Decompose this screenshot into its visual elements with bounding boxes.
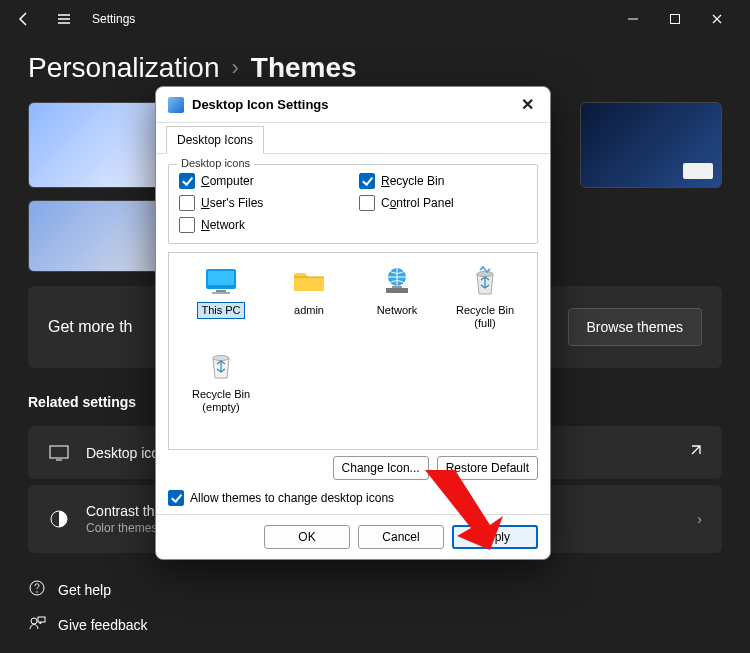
allow-themes-label: Allow themes to change desktop icons xyxy=(190,491,394,505)
svg-rect-6 xyxy=(38,617,45,622)
checkbox-computer[interactable]: Computer xyxy=(179,173,347,189)
breadcrumb-current: Themes xyxy=(251,52,357,84)
recycle-bin-full-icon xyxy=(467,263,503,299)
icon-item-label: admin xyxy=(291,303,327,318)
checkbox-icon xyxy=(179,195,195,211)
checkbox-icon xyxy=(359,195,375,211)
checkbox-network[interactable]: Network xyxy=(179,217,347,233)
tab-panel: Desktop icons Computer Recycle Bin User'… xyxy=(156,154,550,514)
svg-rect-10 xyxy=(212,292,230,294)
maximize-button[interactable] xyxy=(666,10,684,28)
give-feedback-label: Give feedback xyxy=(58,617,148,633)
svg-rect-13 xyxy=(392,286,402,288)
contrast-icon xyxy=(48,510,70,528)
folder-icon xyxy=(291,263,327,299)
theme-thumbnail[interactable] xyxy=(28,200,170,272)
apply-button[interactable]: Apply xyxy=(452,525,538,549)
cancel-button[interactable]: Cancel xyxy=(358,525,444,549)
checkbox-icon xyxy=(179,173,195,189)
dialog-footer: OK Cancel Apply xyxy=(156,514,550,559)
icon-buttons-row: Change Icon... Restore Default xyxy=(168,456,538,480)
svg-point-5 xyxy=(31,618,37,624)
checkbox-recycle-bin[interactable]: Recycle Bin xyxy=(359,173,527,189)
window-controls xyxy=(624,10,742,28)
bottom-links: Get help Give feedback xyxy=(28,579,148,635)
tab-desktop-icons[interactable]: Desktop Icons xyxy=(166,126,264,154)
dialog-title: Desktop Icon Settings xyxy=(192,97,329,112)
desktop-icons-group: Desktop icons Computer Recycle Bin User'… xyxy=(168,164,538,244)
allow-themes-checkbox[interactable]: Allow themes to change desktop icons xyxy=(168,490,538,506)
svg-rect-0 xyxy=(671,15,680,24)
chevron-right-icon: › xyxy=(231,55,238,81)
icon-item-label: Network xyxy=(374,303,420,318)
icon-item-network[interactable]: Network xyxy=(355,263,439,343)
close-button[interactable] xyxy=(708,10,726,28)
nav-menu-button[interactable] xyxy=(48,3,80,35)
group-legend: Desktop icons xyxy=(177,157,254,169)
get-help-label: Get help xyxy=(58,582,111,598)
checkbox-icon xyxy=(168,490,184,506)
dialog-icon xyxy=(168,97,184,113)
icon-item-label: This PC xyxy=(198,303,243,318)
titlebar: Settings xyxy=(0,0,750,38)
help-icon xyxy=(28,579,46,600)
monitor-icon xyxy=(203,263,239,299)
app-title: Settings xyxy=(92,12,135,26)
svg-point-4 xyxy=(36,591,38,593)
breadcrumb-parent[interactable]: Personalization xyxy=(28,52,219,84)
give-feedback-link[interactable]: Give feedback xyxy=(28,614,148,635)
icon-item-recycle-bin-empty[interactable]: Recycle Bin (empty) xyxy=(179,347,263,427)
svg-point-15 xyxy=(213,356,229,361)
browse-themes-button[interactable]: Browse themes xyxy=(568,308,702,346)
checkbox-icon xyxy=(359,173,375,189)
svg-rect-8 xyxy=(208,271,234,285)
open-external-icon xyxy=(688,444,702,461)
desktop-icon xyxy=(48,445,70,461)
theme-thumbnail[interactable] xyxy=(580,102,722,188)
desktop-icon-settings-dialog: Desktop Icon Settings ✕ Desktop Icons De… xyxy=(155,86,551,560)
minimize-button[interactable] xyxy=(624,10,642,28)
icon-item-label: Recycle Bin (full) xyxy=(443,303,527,330)
icon-item-admin[interactable]: admin xyxy=(267,263,351,343)
checkbox-control-panel[interactable]: Control Panel xyxy=(359,195,527,211)
svg-rect-9 xyxy=(216,290,226,292)
get-more-themes-label: Get more th xyxy=(48,318,132,336)
recycle-bin-empty-icon xyxy=(203,347,239,383)
get-help-link[interactable]: Get help xyxy=(28,579,148,600)
icon-preview-list: This PC admin Network Recycle Bin (full) xyxy=(168,252,538,450)
theme-thumbnail[interactable] xyxy=(28,102,170,188)
svg-rect-1 xyxy=(50,446,68,458)
network-icon xyxy=(379,263,415,299)
svg-rect-12 xyxy=(386,288,408,293)
dialog-tabs: Desktop Icons xyxy=(156,125,550,154)
back-button[interactable] xyxy=(8,3,40,35)
checkbox-users-files[interactable]: User's Files xyxy=(179,195,347,211)
feedback-icon xyxy=(28,614,46,635)
dialog-close-button[interactable]: ✕ xyxy=(516,95,538,114)
checkbox-icon xyxy=(179,217,195,233)
chevron-right-icon: › xyxy=(697,511,702,527)
restore-default-button[interactable]: Restore Default xyxy=(437,456,538,480)
icon-item-recycle-bin-full[interactable]: Recycle Bin (full) xyxy=(443,263,527,343)
icon-item-label: Recycle Bin (empty) xyxy=(179,387,263,414)
icon-item-this-pc[interactable]: This PC xyxy=(179,263,263,343)
dialog-titlebar: Desktop Icon Settings ✕ xyxy=(156,87,550,123)
svg-point-14 xyxy=(477,272,493,277)
ok-button[interactable]: OK xyxy=(264,525,350,549)
change-icon-button[interactable]: Change Icon... xyxy=(333,456,429,480)
